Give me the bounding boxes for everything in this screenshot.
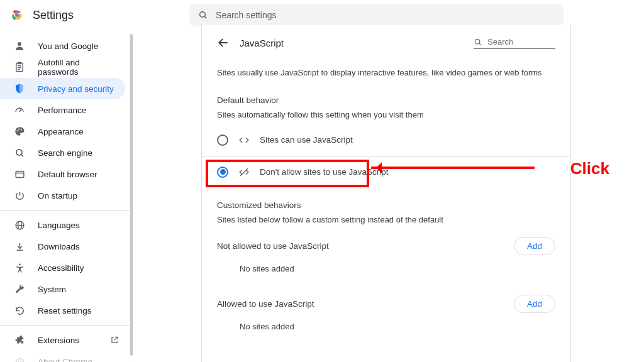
sidebar-item-about-chrome[interactable]: ◎ About Chrome <box>0 351 125 362</box>
add-allowed-button[interactable]: Add <box>514 295 555 313</box>
sidebar-item-label: Privacy and security <box>38 84 114 94</box>
sidebar-item-label: Appearance <box>38 127 84 136</box>
sidebar-item-performance[interactable]: Performance <box>0 99 125 121</box>
code-icon <box>238 134 250 146</box>
search-icon <box>14 147 25 158</box>
sidebar-item-downloads[interactable]: Downloads <box>0 236 125 257</box>
reset-icon <box>14 305 25 316</box>
svg-point-14 <box>18 129 19 130</box>
puzzle-icon <box>14 334 25 346</box>
sidebar-separator <box>0 210 133 211</box>
back-button[interactable] <box>217 36 230 49</box>
sidebar-item-system[interactable]: System <box>0 278 125 300</box>
page-header: JavaScript <box>217 36 555 49</box>
svg-line-17 <box>21 154 23 156</box>
code-off-icon <box>238 167 250 178</box>
page-search[interactable] <box>474 36 555 49</box>
sidebar-item-you-and-google[interactable]: You and Google <box>0 35 125 57</box>
sidebar-item-label: System <box>38 285 66 294</box>
global-search[interactable] <box>189 4 564 26</box>
customized-behaviors-title: Customized behaviors <box>217 200 555 210</box>
wrench-icon <box>14 283 25 295</box>
svg-line-5 <box>204 16 206 18</box>
global-search-input[interactable] <box>214 9 555 21</box>
sidebar-item-label: On startup <box>38 191 77 200</box>
allowed-empty: No sites added <box>217 313 555 340</box>
svg-line-27 <box>114 337 117 340</box>
sidebar-item-languages[interactable]: Languages <box>0 214 125 236</box>
svg-line-30 <box>479 43 481 45</box>
page-search-input[interactable] <box>486 36 555 47</box>
power-icon <box>14 190 25 201</box>
row-allowed: Allowed to use JavaScript Add <box>217 295 555 313</box>
svg-line-12 <box>19 109 21 112</box>
speedometer-icon <box>14 104 25 116</box>
search-icon <box>474 38 482 47</box>
external-link-icon <box>110 336 119 344</box>
palette-icon <box>14 126 25 137</box>
sidebar-item-label: Autofill and passwords <box>38 58 119 77</box>
sidebar-item-search-engine[interactable]: Search engine <box>0 142 125 163</box>
svg-point-6 <box>18 42 21 46</box>
window-icon <box>14 168 25 180</box>
sidebar-item-default-browser[interactable]: Default browser <box>0 163 125 185</box>
autofill-icon <box>14 62 25 73</box>
radio-unchecked-icon[interactable] <box>217 134 228 146</box>
chrome-icon: ◎ <box>14 356 25 362</box>
radio-checked-icon[interactable] <box>217 167 228 178</box>
svg-point-3 <box>16 14 19 17</box>
svg-point-13 <box>17 130 18 131</box>
svg-rect-18 <box>16 171 24 177</box>
sidebar: You and Google Autofill and passwords Pr… <box>0 30 133 362</box>
not-allowed-empty: No sites added <box>217 255 555 282</box>
row-not-allowed: Not allowed to use JavaScript Add <box>217 237 555 255</box>
not-allowed-label: Not allowed to use JavaScript <box>217 241 329 251</box>
sidebar-item-label: Downloads <box>38 242 80 251</box>
main-stage: JavaScript Sites usually use JavaScript … <box>133 25 644 362</box>
annotation-arrow <box>371 167 535 169</box>
sidebar-item-reset[interactable]: Reset settings <box>0 300 125 321</box>
sidebar-item-label: Search engine <box>38 148 92 158</box>
option-block-label: Don't allow sites to use JavaScript <box>260 167 388 177</box>
svg-point-16 <box>16 149 21 155</box>
sidebar-item-label: Extensions <box>38 336 79 345</box>
sidebar-separator <box>0 325 133 326</box>
option-divider <box>202 156 570 156</box>
download-icon <box>14 241 25 252</box>
person-icon <box>14 40 25 52</box>
option-allow-label: Sites can use JavaScript <box>260 135 353 145</box>
svg-line-31 <box>240 168 248 176</box>
sidebar-item-extensions[interactable]: Extensions <box>0 329 125 351</box>
sidebar-item-privacy-security[interactable]: Privacy and security <box>0 78 125 99</box>
settings-card: JavaScript Sites usually use JavaScript … <box>201 25 571 362</box>
option-block-javascript[interactable]: Don't allow sites to use JavaScript <box>217 160 555 184</box>
add-not-allowed-button[interactable]: Add <box>514 237 555 255</box>
intro-text: Sites usually use JavaScript to display … <box>217 67 555 79</box>
chrome-logo-icon <box>10 8 24 22</box>
svg-point-26 <box>19 263 21 265</box>
search-icon <box>198 10 208 20</box>
page-title: JavaScript <box>240 38 464 48</box>
sidebar-item-label: About Chrome <box>38 357 92 363</box>
allowed-label: Allowed to use JavaScript <box>217 299 314 309</box>
accessibility-icon <box>14 262 25 273</box>
sidebar-item-label: You and Google <box>38 41 98 51</box>
svg-point-29 <box>475 39 480 44</box>
svg-rect-8 <box>18 62 21 63</box>
default-behavior-title: Default behavior <box>217 96 555 105</box>
sidebar-item-accessibility[interactable]: Accessibility <box>0 257 125 278</box>
sidebar-item-appearance[interactable]: Appearance <box>0 121 125 142</box>
sidebar-item-on-startup[interactable]: On startup <box>0 185 125 206</box>
shield-icon <box>14 83 25 94</box>
annotation-label: Click <box>570 159 609 178</box>
app-title: Settings <box>33 9 74 22</box>
svg-point-4 <box>200 12 206 18</box>
sidebar-scrollbar[interactable] <box>130 34 133 356</box>
sidebar-item-autofill[interactable]: Autofill and passwords <box>0 57 125 78</box>
option-allow-javascript[interactable]: Sites can use JavaScript <box>217 128 555 152</box>
customized-behaviors-subtitle: Sites listed below follow a custom setti… <box>217 215 555 224</box>
sidebar-item-label: Languages <box>38 221 80 230</box>
sidebar-item-label: Performance <box>38 106 86 115</box>
svg-point-15 <box>21 129 22 130</box>
sidebar-item-label: Default browser <box>38 170 97 179</box>
